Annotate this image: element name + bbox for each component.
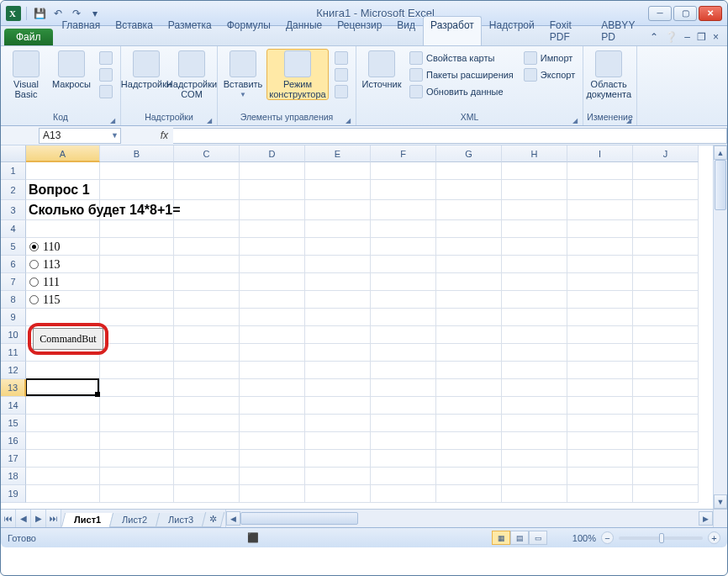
row-header-3[interactable]: 3 bbox=[1, 200, 26, 220]
cell-B7[interactable] bbox=[100, 273, 174, 291]
cell-D9[interactable] bbox=[240, 309, 305, 326]
cell-J12[interactable] bbox=[633, 362, 699, 379]
cell-C19[interactable] bbox=[174, 485, 240, 503]
cell-D5[interactable] bbox=[240, 238, 305, 256]
sheet-tab-Лист2[interactable]: Лист2 bbox=[109, 513, 160, 527]
mdi-restore-icon[interactable]: ❐ bbox=[697, 31, 706, 43]
hscroll-thumb[interactable] bbox=[240, 512, 358, 525]
cell-F19[interactable] bbox=[371, 485, 436, 503]
macros-button[interactable]: Макросы bbox=[50, 49, 93, 89]
cell-D11[interactable] bbox=[240, 344, 305, 362]
cell-F11[interactable] bbox=[371, 344, 436, 362]
design-mode-button[interactable]: Режимконструктора bbox=[266, 49, 329, 100]
cell-E13[interactable] bbox=[305, 379, 371, 397]
tab-надстрой[interactable]: Надстрой bbox=[482, 16, 542, 45]
cell-H6[interactable] bbox=[502, 256, 567, 273]
cell-B18[interactable] bbox=[100, 468, 174, 485]
row-header-6[interactable]: 6 bbox=[1, 256, 26, 273]
cell-C8[interactable] bbox=[174, 291, 240, 309]
cell-F14[interactable] bbox=[371, 397, 436, 415]
cell-J7[interactable] bbox=[633, 273, 699, 291]
cell-G6[interactable] bbox=[436, 256, 502, 273]
cell-E8[interactable] bbox=[305, 291, 371, 309]
sheet-nav-prev[interactable]: ◀ bbox=[16, 510, 31, 527]
cell-E5[interactable] bbox=[305, 238, 371, 256]
col-header-J[interactable]: J bbox=[633, 145, 699, 162]
cell-E7[interactable] bbox=[305, 273, 371, 291]
xml-source-button[interactable]: Источник bbox=[360, 49, 404, 89]
col-header-B[interactable]: B bbox=[100, 145, 174, 162]
cell-G1[interactable] bbox=[436, 162, 502, 180]
record-macro-button[interactable] bbox=[97, 50, 115, 66]
cell-J13[interactable] bbox=[633, 379, 699, 397]
hscroll-right-icon[interactable]: ▶ bbox=[699, 511, 713, 526]
cell-B2[interactable] bbox=[100, 180, 174, 200]
cell-J14[interactable] bbox=[633, 397, 699, 415]
name-box[interactable]: A13 ▼ bbox=[39, 128, 121, 144]
cell-I11[interactable] bbox=[567, 344, 633, 362]
cell-E11[interactable] bbox=[305, 344, 371, 362]
cell-C10[interactable] bbox=[174, 326, 240, 344]
cell-I4[interactable] bbox=[567, 220, 633, 238]
tab-главная[interactable]: Главная bbox=[55, 16, 108, 45]
cell-H4[interactable] bbox=[502, 220, 567, 238]
tab-формулы[interactable]: Формулы bbox=[219, 16, 278, 45]
cell-E10[interactable] bbox=[305, 326, 371, 344]
cell-J4[interactable] bbox=[633, 220, 699, 238]
cell-I12[interactable] bbox=[567, 362, 633, 379]
option-radio-110[interactable] bbox=[29, 242, 39, 251]
cell-G13[interactable] bbox=[436, 379, 502, 397]
cell-C15[interactable] bbox=[174, 415, 240, 432]
cell-G17[interactable] bbox=[436, 450, 502, 468]
cell-B13[interactable] bbox=[100, 379, 174, 397]
cell-F12[interactable] bbox=[371, 362, 436, 379]
cell-G12[interactable] bbox=[436, 362, 502, 379]
cell-H9[interactable] bbox=[502, 309, 567, 326]
cell-H14[interactable] bbox=[502, 397, 567, 415]
cell-J2[interactable] bbox=[633, 180, 699, 200]
relative-refs-button[interactable] bbox=[97, 67, 115, 82]
cell-H12[interactable] bbox=[502, 362, 567, 379]
cell-F5[interactable] bbox=[371, 238, 436, 256]
cell-H8[interactable] bbox=[502, 291, 567, 309]
cell-I8[interactable] bbox=[567, 291, 633, 309]
cell-A1[interactable] bbox=[26, 162, 100, 180]
row-header-4[interactable]: 4 bbox=[1, 220, 26, 238]
view-normal-icon[interactable]: ▦ bbox=[492, 531, 510, 545]
cell-H11[interactable] bbox=[502, 344, 567, 362]
cell-I7[interactable] bbox=[567, 273, 633, 291]
cell-B16[interactable] bbox=[100, 432, 174, 450]
cell-I10[interactable] bbox=[567, 326, 633, 344]
col-header-F[interactable]: F bbox=[371, 145, 436, 162]
cell-G3[interactable] bbox=[436, 200, 502, 220]
tab-вставка[interactable]: Вставка bbox=[108, 16, 161, 45]
cell-B12[interactable] bbox=[100, 362, 174, 379]
row-header-17[interactable]: 17 bbox=[1, 450, 26, 468]
cell-E1[interactable] bbox=[305, 162, 371, 180]
cell-A9[interactable] bbox=[26, 309, 100, 326]
cell-E14[interactable] bbox=[305, 397, 371, 415]
row-header-14[interactable]: 14 bbox=[1, 397, 26, 415]
cell-F8[interactable] bbox=[371, 291, 436, 309]
worksheet-grid[interactable]: 12345678910111213141516171819 ABCDEFGHIJ… bbox=[1, 145, 727, 509]
cell-A16[interactable] bbox=[26, 432, 100, 450]
vscroll-thumb[interactable] bbox=[715, 160, 726, 210]
option-radio-111[interactable] bbox=[29, 277, 39, 287]
addins-button[interactable]: Надстройки bbox=[124, 49, 168, 89]
cell-H17[interactable] bbox=[502, 450, 567, 468]
cell-E4[interactable] bbox=[305, 220, 371, 238]
row-header-11[interactable]: 11 bbox=[1, 344, 26, 362]
qat-save-icon[interactable]: 💾 bbox=[32, 6, 47, 21]
cell-B6[interactable] bbox=[100, 256, 174, 273]
sheet-nav-next[interactable]: ▶ bbox=[31, 510, 46, 527]
mdi-minimize-icon[interactable]: – bbox=[684, 31, 690, 43]
tab-разметка[interactable]: Разметка bbox=[161, 16, 219, 45]
cell-E9[interactable] bbox=[305, 309, 371, 326]
tab-abbyy pd[interactable]: ABBYY PD bbox=[593, 16, 650, 45]
cell-A19[interactable] bbox=[26, 485, 100, 503]
cell-I3[interactable] bbox=[567, 200, 633, 220]
cell-E2[interactable] bbox=[305, 180, 371, 200]
fx-icon[interactable]: fx bbox=[161, 129, 168, 141]
cell-A17[interactable] bbox=[26, 450, 100, 468]
tab-foxit pdf[interactable]: Foxit PDF bbox=[542, 16, 594, 45]
